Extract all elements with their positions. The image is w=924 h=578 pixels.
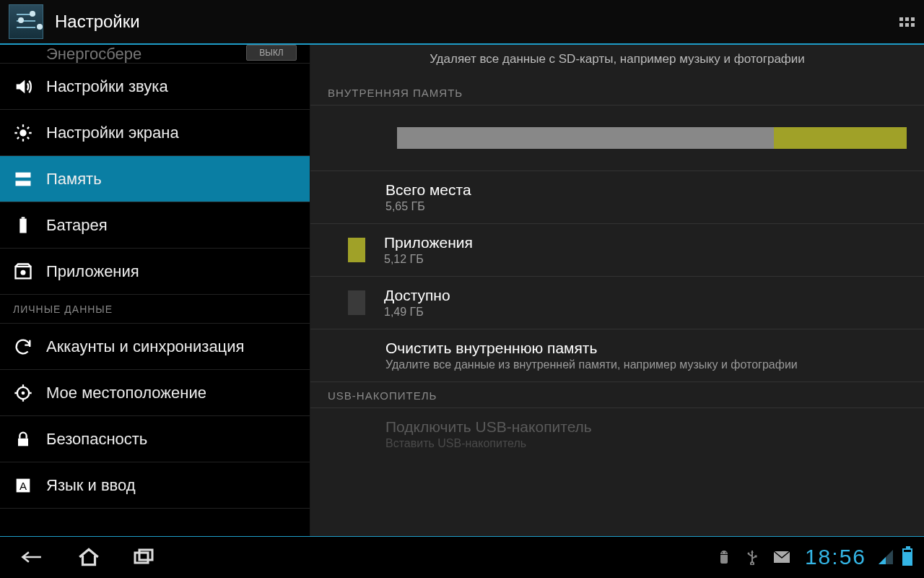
usb-icon[interactable] (746, 549, 759, 565)
sidebar-item-label: Настройки экрана (46, 124, 179, 142)
apps-value: 5,12 ГБ (384, 253, 473, 266)
title-bar: Настройки (0, 0, 924, 45)
sidebar-item-apps[interactable]: Приложения (0, 249, 310, 295)
svg-rect-14 (135, 553, 148, 563)
svg-point-3 (17, 174, 19, 176)
svg-rect-5 (19, 218, 26, 233)
status-clock[interactable]: 18:56 (805, 545, 866, 569)
clear-internal-desc: Удалите все данные из внутренней памяти,… (385, 358, 798, 371)
app-title: Настройки (55, 12, 140, 32)
svg-rect-11 (18, 438, 28, 446)
recent-apps-button[interactable] (120, 543, 170, 571)
sidebar-item-label: Язык и ввод (46, 476, 136, 495)
language-icon: A (13, 475, 33, 496)
settings-sidebar: Энергосбере ВЫКЛ Настройки звука Настрой… (0, 45, 310, 536)
clear-internal-label: Очистить внутреннюю память (385, 340, 798, 357)
sidebar-item-storage[interactable]: Память (0, 156, 310, 202)
sidebar-item-label: Приложения (46, 262, 139, 281)
settings-app-icon (9, 4, 43, 39)
back-button[interactable] (7, 543, 58, 571)
battery-status-icon (902, 548, 912, 566)
svg-rect-15 (139, 550, 152, 560)
battery-icon (13, 215, 33, 236)
svg-point-18 (747, 552, 749, 554)
sidebar-item-label: Батарея (46, 216, 108, 235)
svg-point-16 (722, 552, 723, 553)
system-navbar: 18:56 (0, 536, 924, 577)
sidebar-item-battery[interactable]: Батарея (0, 202, 310, 249)
apps-label: Приложения (384, 234, 473, 251)
home-button[interactable] (64, 543, 114, 571)
storage-icon (13, 169, 33, 189)
sidebar-item-label: Безопасность (46, 430, 147, 449)
row-apps-space[interactable]: Приложения 5,12 ГБ (310, 224, 924, 277)
sidebar-item-display[interactable]: Настройки экрана (0, 110, 310, 156)
row-available-space[interactable]: Доступно 1,49 ГБ (310, 277, 924, 329)
sidebar-item-location[interactable]: Мое местоположение (0, 370, 310, 416)
svg-point-4 (17, 182, 19, 184)
available-color-swatch (348, 290, 365, 315)
apps-icon (13, 262, 33, 282)
storage-usage-bar (397, 127, 907, 149)
svg-point-10 (22, 391, 25, 394)
row-total-space[interactable]: Всего места 5,65 ГБ (310, 171, 924, 224)
usb-mount-label: Подключить USB-накопитель (385, 418, 592, 436)
sidebar-section-personal: ЛИЧНЫЕ ДАННЫЕ (0, 295, 310, 324)
svg-rect-6 (22, 217, 25, 218)
signal-icon (878, 549, 894, 565)
sidebar-item-sound[interactable]: Настройки звука (0, 64, 310, 110)
svg-text:A: A (19, 479, 27, 491)
section-internal-storage: ВНУТРЕННЯЯ ПАМЯТЬ (310, 79, 924, 105)
total-space-label: Всего места (385, 181, 471, 199)
sidebar-item-accounts[interactable]: Аккаунты и синхронизация (0, 324, 310, 370)
brightness-icon (13, 123, 33, 143)
location-icon (13, 383, 33, 403)
svg-point-8 (21, 269, 26, 275)
svg-point-0 (19, 129, 26, 136)
svg-point-17 (725, 552, 727, 553)
sidebar-item-powersave[interactable]: Энергосбере ВЫКЛ (0, 45, 310, 64)
available-value: 1,49 ГБ (384, 306, 450, 319)
mail-icon[interactable] (773, 551, 790, 564)
sidebar-item-label: Энергосбере (46, 45, 141, 64)
sidebar-item-label: Аккаунты и синхронизация (46, 337, 244, 356)
available-label: Доступно (384, 287, 450, 304)
power-icon (13, 45, 33, 64)
sidebar-item-language[interactable]: A Язык и ввод (0, 462, 310, 509)
sd-erase-description: Удаляет все данные с SD-карты, например … (310, 45, 924, 79)
toggle-off[interactable]: ВЫКЛ (246, 45, 297, 61)
content-panel: Удаляет все данные с SD-карты, например … (310, 45, 924, 536)
sidebar-item-label: Мое местоположение (46, 384, 206, 402)
storage-bar-row[interactable] (310, 105, 924, 171)
sound-icon (13, 77, 33, 97)
row-mount-usb: Подключить USB-накопитель Вставить USB-н… (310, 408, 924, 460)
lock-icon (13, 429, 33, 449)
android-debug-icon[interactable] (717, 549, 731, 565)
section-usb-storage: USB-НАКОПИТЕЛЬ (310, 382, 924, 408)
row-clear-internal[interactable]: Очистить внутреннюю память Удалите все д… (310, 329, 924, 382)
storage-apps-segment (774, 127, 907, 149)
sidebar-item-label: Настройки звука (46, 77, 168, 96)
svg-rect-19 (754, 555, 757, 557)
sidebar-item-label: Память (46, 170, 102, 189)
total-space-value: 5,65 ГБ (385, 200, 471, 213)
usb-mount-desc: Вставить USB-накопитель (385, 437, 592, 450)
sync-icon (13, 337, 33, 357)
overflow-menu-icon[interactable] (898, 17, 915, 27)
apps-color-swatch (348, 238, 365, 262)
storage-other-segment (397, 127, 774, 149)
sidebar-item-security[interactable]: Безопасность (0, 416, 310, 462)
